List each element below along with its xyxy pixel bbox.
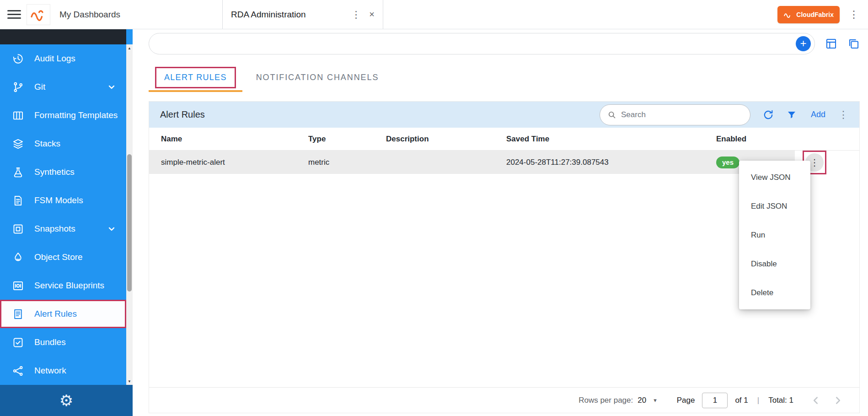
panel-kebab-icon[interactable]: ⋮ [838,109,848,121]
network-icon [12,365,24,377]
menu-item-run[interactable]: Run [739,221,810,249]
sidebar-item-audit-logs[interactable]: Audit Logs [0,44,126,73]
layers-icon [12,138,24,150]
document-icon [12,194,24,207]
sidebar-item-alert-rules[interactable]: Alert Rules [0,300,126,328]
header-icons [825,38,860,50]
topbar-kebab-icon[interactable]: ⋮ [847,9,861,21]
cloudfabrix-brand-badge: CloudFabrix [777,6,840,23]
panel-title: Alert Rules [160,109,205,120]
sidebar-item-fsm-models[interactable]: FSM Models [0,186,126,215]
topbar-right: CloudFabrix ⋮ [777,6,868,23]
table-search-bar [600,104,750,125]
pagination-bar: Rows per page: 20 ▾ Page of 1 | Total: 1 [149,387,859,413]
panel-header: Alert Rules Add ⋮ [149,102,859,128]
enabled-badge: yes [716,157,739,168]
sidebar-scrollbar[interactable]: ▲ ▼ [126,44,133,385]
menu-item-delete[interactable]: Delete [739,278,810,307]
flask-icon [12,166,24,178]
template-grid-icon [12,109,24,122]
chevron-right-icon[interactable] [832,394,844,406]
rows-per-page-select[interactable]: 20 [638,396,646,405]
global-filter-bar: + [149,33,815,54]
sidebar-item-stacks[interactable]: Stacks [0,130,126,158]
column-header-name: Name [161,135,308,144]
sidebar-item-snapshots[interactable]: Snapshots [0,215,126,243]
chevron-down-icon [107,82,116,92]
sidebar-item-label: Network [34,366,66,376]
scroll-up-arrow[interactable]: ▲ [126,45,133,51]
page-number-input[interactable] [702,393,728,408]
caret-down-icon[interactable]: ▾ [654,397,657,404]
global-filter-input[interactable] [158,33,796,54]
menu-item-view-json[interactable]: View JSON [739,163,810,192]
tab-close-icon[interactable]: × [366,9,377,20]
scrollbar-thumb[interactable] [127,154,132,292]
sidebar-item-formatting-templates[interactable]: Formatting Templates [0,101,126,130]
add-button[interactable]: Add [811,110,825,119]
sidebar-item-bundles[interactable]: Bundles [0,328,126,357]
sidebar-item-label: Synthetics [34,167,75,177]
body-row: Audit Logs Git Formatting Templates [0,29,868,416]
blueprint-icon [12,280,24,292]
sidebar: Audit Logs Git Formatting Templates [0,29,133,416]
sidebar-nav: Audit Logs Git Formatting Templates [0,44,126,385]
brand-label: CloudFabrix [796,11,834,18]
topbar: My Dashboards RDA Administration ⋮ × Clo… [0,0,868,29]
annotation-box-tab: ALERT RULES [155,67,236,88]
topbar-left: My Dashboards [0,4,222,25]
sidebar-item-label: Alert Rules [34,309,77,319]
brand-wave-icon [783,11,793,18]
menu-item-disable[interactable]: Disable [739,249,810,278]
column-header-description: Description [386,135,506,144]
bundle-check-icon [12,336,24,349]
tab-notification-channels[interactable]: NOTIFICATION CHANNELS [256,73,379,82]
sidebar-item-synthetics[interactable]: Synthetics [0,158,126,186]
sidebar-item-label: Object Store [34,252,83,262]
tabs-row: ALERT RULES NOTIFICATION CHANNELS [149,63,860,92]
sidebar-footer: ⚙ [0,385,133,416]
table-search-input[interactable] [621,110,743,119]
filter-icon[interactable] [786,109,797,120]
sidebar-item-label: FSM Models [34,195,83,205]
column-header-saved-time: Saved Time [506,135,716,144]
sidebar-item-object-store[interactable]: Object Store [0,243,126,271]
column-header-enabled: Enabled [716,135,797,144]
sidebar-item-network[interactable]: Network [0,357,126,385]
sidebar-item-label: Stacks [34,139,60,149]
sidebar-item-service-blueprints[interactable]: Service Blueprints [0,271,126,300]
global-search-row: + [149,33,860,54]
rows-per-page-label: Rows per page: [579,396,633,405]
refresh-icon[interactable] [762,109,774,121]
flame-icon [12,251,24,264]
column-header-type: Type [308,135,386,144]
page-of-label: of 1 [735,396,748,405]
chevron-down-icon [107,224,116,233]
dashboard-grid-icon[interactable] [825,38,837,50]
context-menu: View JSON Edit JSON Run Disable Delete [739,161,810,309]
my-dashboards-label: My Dashboards [59,10,120,20]
tab-alert-rules[interactable]: ALERT RULES [149,63,242,92]
menu-item-edit-json[interactable]: Edit JSON [739,192,810,221]
hamburger-menu-icon[interactable] [7,10,21,19]
switch-dashboard-icon[interactable] [847,38,860,50]
cell-name: simple-metric-alert [161,158,308,167]
logo-wave-icon [30,8,47,21]
total-label: Total: 1 [768,396,793,405]
settings-gear-icon[interactable]: ⚙ [59,393,73,408]
pagination-separator: | [757,396,759,405]
sidebar-item-git[interactable]: Git [0,73,126,101]
git-branch-icon [12,81,24,93]
cell-type: metric [308,158,386,167]
dashboard-tab-title: RDA Administration [231,10,347,20]
sidebar-scrolled-strip [0,29,126,44]
sidebar-item-label: Service Blueprints [34,281,104,291]
chevron-left-icon[interactable] [810,394,822,406]
tab-kebab-icon[interactable]: ⋮ [347,9,365,20]
add-circle-button[interactable]: + [796,36,811,51]
dashboard-tab[interactable]: RDA Administration ⋮ × [222,0,383,29]
scroll-down-arrow[interactable]: ▼ [126,378,133,384]
sidebar-item-label: Git [34,82,45,92]
app-root: My Dashboards RDA Administration ⋮ × Clo… [0,0,868,416]
table-header-row: Name Type Description Saved Time Enabled [149,128,859,151]
